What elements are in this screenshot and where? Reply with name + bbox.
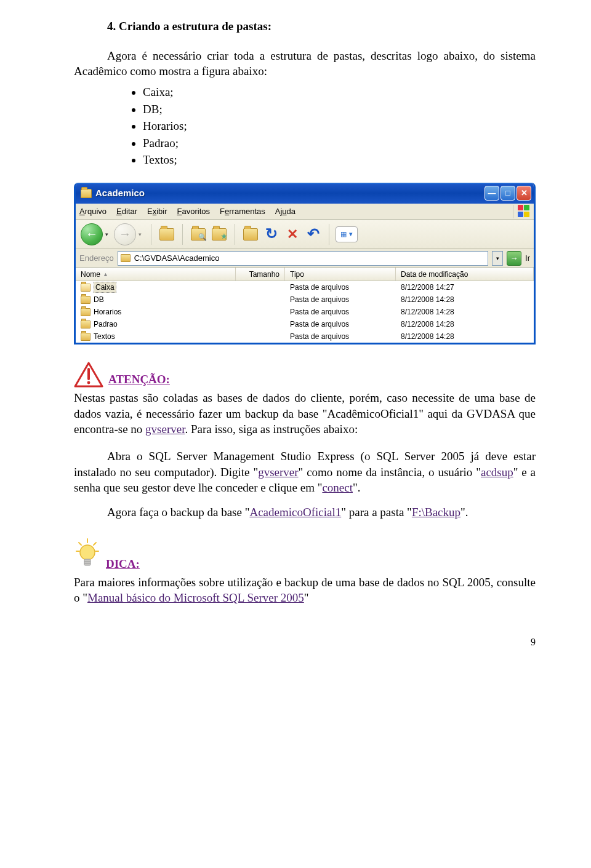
- col-header-date[interactable]: Data de modificação: [396, 268, 534, 281]
- folder-icon: [121, 254, 131, 262]
- svg-point-8: [80, 545, 95, 560]
- address-bar: Endereço C:\GVDASA\Academico ▾ → Ir: [76, 249, 534, 268]
- col-header-type[interactable]: Tipo: [285, 268, 396, 281]
- search-button[interactable]: [189, 225, 207, 244]
- go-label: Ir: [525, 253, 530, 264]
- sql-paragraph-2: Agora faça o backup da base "AcademicoOf…: [74, 504, 536, 520]
- address-label: Endereço: [79, 253, 114, 264]
- folder-icon: [81, 189, 92, 198]
- folder-bullet-list: Caixa; DB; Horarios; Padrao; Textos;: [143, 84, 536, 168]
- forward-button[interactable]: →▾: [114, 223, 136, 245]
- folder-icon: [81, 308, 90, 316]
- close-button[interactable]: ✕: [517, 186, 531, 201]
- section-heading: 4. Criando a estrutura de pastas:: [74, 18, 536, 34]
- maximize-button[interactable]: □: [501, 186, 515, 201]
- title-bar[interactable]: Academico — □ ✕: [76, 183, 534, 204]
- file-list: Caixa Pasta de arquivos 8/12/2008 14:27 …: [76, 281, 534, 343]
- sync-button[interactable]: ↻: [262, 225, 281, 244]
- address-dropdown[interactable]: ▾: [492, 251, 503, 266]
- folder-icon: [81, 284, 90, 292]
- address-path: C:\GVDASA\Academico: [134, 253, 220, 264]
- undo-button[interactable]: ↶: [304, 225, 323, 244]
- tip-paragraph: Para maiores informações sobre utilizaçã…: [74, 575, 536, 606]
- gvserver-link: gvserver: [258, 466, 298, 479]
- folder-row[interactable]: DB Pasta de arquivos 8/12/2008 14:28: [76, 293, 534, 306]
- svg-line-4: [79, 543, 81, 545]
- sql-paragraph-1: Abra o SQL Server Management Studio Expr…: [74, 448, 536, 496]
- lightbulb-icon: [74, 538, 101, 572]
- sort-asc-icon: ▲: [103, 271, 108, 278]
- gvserver-link: gvserver: [145, 423, 185, 436]
- list-item: DB;: [143, 102, 536, 117]
- attention-paragraph: Nestas pastas são coladas as bases de da…: [74, 390, 536, 437]
- folder-icon: [81, 333, 90, 341]
- folder-row[interactable]: Textos Pasta de arquivos 8/12/2008 14:28: [76, 330, 534, 343]
- go-button[interactable]: →: [507, 251, 521, 266]
- history-button[interactable]: [241, 225, 260, 244]
- up-folder-button[interactable]: [158, 225, 176, 244]
- academico-link: AcademicoOficial1: [249, 506, 341, 519]
- col-header-size[interactable]: Tamanho: [236, 268, 285, 281]
- tip-label: DICA:: [106, 556, 140, 572]
- menu-exibir[interactable]: Exibir: [147, 206, 167, 217]
- minimize-button[interactable]: —: [484, 186, 499, 201]
- list-item: Caixa;: [143, 84, 536, 100]
- conect-link: conect: [322, 481, 353, 494]
- backup-path-link: F:\Backup: [412, 506, 460, 519]
- svg-rect-9: [84, 559, 90, 565]
- acdsup-link: acdsup: [481, 466, 513, 479]
- folder-row[interactable]: Horarios Pasta de arquivos 8/12/2008 14:…: [76, 306, 534, 318]
- windows-explorer-window: Academico — □ ✕ Arquivo Editar Exibir Fa…: [74, 183, 536, 344]
- menu-bar: Arquivo Editar Exibir Favoritos Ferramen…: [76, 204, 534, 220]
- intro-paragraph: Agora é necessário criar toda a estrutur…: [74, 48, 536, 79]
- folder-row[interactable]: Caixa Pasta de arquivos 8/12/2008 14:27: [76, 281, 534, 293]
- folder-icon: [81, 296, 90, 304]
- attention-label: ATENÇÃO:: [108, 372, 170, 388]
- views-button[interactable]: ▦ ▾: [336, 226, 358, 242]
- back-button[interactable]: ←▾: [81, 223, 103, 245]
- list-item: Padrao;: [143, 135, 536, 151]
- folder-row[interactable]: Padrao Pasta de arquivos 8/12/2008 14:28: [76, 318, 534, 330]
- folders-button[interactable]: [210, 225, 228, 244]
- menu-arquivo[interactable]: Arquivo: [79, 206, 107, 217]
- delete-button[interactable]: ✕: [283, 225, 302, 244]
- svg-line-5: [94, 543, 96, 545]
- toolbar: ←▾ →▾ ↻ ✕ ↶ ▦ ▾: [76, 220, 534, 249]
- column-headers: Nome▲ Tamanho Tipo Data de modificação: [76, 268, 534, 281]
- svg-point-2: [87, 381, 90, 384]
- page-number: 9: [74, 635, 536, 649]
- folder-icon: [81, 321, 90, 328]
- menu-ajuda[interactable]: Ajuda: [275, 206, 296, 217]
- manual-link: Manual básico do Microsoft SQL Server 20…: [87, 591, 304, 604]
- menu-ferramentas[interactable]: Ferramentas: [220, 206, 265, 217]
- address-input[interactable]: C:\GVDASA\Academico: [118, 251, 488, 266]
- windows-flag-icon: [513, 205, 530, 218]
- list-item: Textos;: [143, 152, 536, 168]
- menu-editar[interactable]: Editar: [116, 206, 137, 217]
- col-header-name[interactable]: Nome▲: [76, 268, 236, 281]
- list-item: Horarios;: [143, 118, 536, 134]
- window-title: Academico: [95, 187, 145, 199]
- menu-favoritos[interactable]: Favoritos: [177, 206, 210, 217]
- warning-triangle-icon: [74, 362, 103, 388]
